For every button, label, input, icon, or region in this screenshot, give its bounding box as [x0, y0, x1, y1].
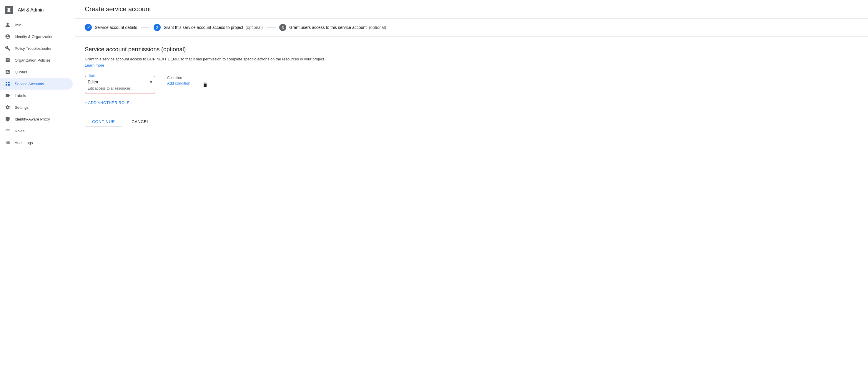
step-3: 3 Grant users access to this service acc…: [279, 24, 386, 31]
role-field-label: Role: [88, 74, 97, 78]
sidebar-item-identity-label: Identity & Organization: [15, 34, 54, 39]
step-divider-2: [266, 27, 276, 28]
article-icon: [5, 57, 10, 63]
step-1: Service account details: [85, 24, 137, 31]
stepper: Service account details 2 Grant this ser…: [75, 19, 868, 36]
step-2: 2 Grant this service account access to p…: [154, 24, 263, 31]
sidebar-item-quotas[interactable]: Quotas: [0, 66, 73, 78]
sidebar-item-org-label: Organization Policies: [15, 58, 51, 62]
sidebar-item-roles[interactable]: Roles: [0, 125, 73, 137]
role-select[interactable]: Editor ▾: [88, 79, 152, 85]
sidebar-item-settings[interactable]: Settings: [0, 101, 73, 113]
audit-logs-icon: [5, 140, 10, 146]
section-title: Service account permissions (optional): [85, 46, 331, 53]
condition-column: Condition Add condition: [167, 76, 190, 85]
step-divider-1: [141, 27, 150, 28]
step2-circle: 2: [154, 24, 161, 31]
step3-optional: (optional): [369, 25, 386, 30]
settings-icon: [5, 104, 10, 110]
grid-icon: [5, 81, 10, 87]
sidebar-item-policy-troubleshooter[interactable]: Policy Troubleshooter: [0, 43, 73, 54]
sidebar-item-quotas-label: Quotas: [15, 70, 27, 74]
role-hint: Edit access to all resources.: [88, 86, 152, 90]
sidebar-item-service-accounts[interactable]: Service Accounts: [0, 78, 73, 90]
sidebar-item-iam[interactable]: IAM: [0, 19, 73, 31]
dropdown-arrow-icon: ▾: [150, 79, 152, 85]
sidebar-item-audit-label: Audit Logs: [15, 141, 33, 145]
step1-checkmark: [85, 24, 92, 31]
step3-label: Grant users access to this service accou…: [289, 25, 386, 30]
topbar: Create service account: [75, 0, 868, 19]
shield-icon: [5, 116, 10, 122]
add-another-role-button[interactable]: + ADD ANOTHER ROLE: [85, 101, 129, 105]
sidebar-logo-icon: [5, 6, 13, 14]
cancel-button[interactable]: CANCEL: [127, 117, 154, 127]
role-field-wrapper: Role Editor ▾ Edit access to all resourc…: [85, 76, 155, 93]
label-icon: [5, 92, 10, 99]
sidebar-item-labels[interactable]: Labels: [0, 90, 73, 101]
condition-label: Condition: [167, 76, 190, 80]
step2-optional: (optional): [246, 25, 263, 30]
sidebar-item-iap-label: Identity-Aware Proxy: [15, 117, 50, 121]
step1-label: Service account details: [95, 25, 137, 30]
person-icon: [5, 22, 10, 28]
continue-button[interactable]: CONTINUE: [85, 117, 122, 127]
role-value: Editor: [88, 80, 149, 84]
sidebar-item-labels-label: Labels: [15, 93, 26, 98]
bar-chart-icon: [5, 69, 10, 75]
learn-more-link[interactable]: Learn more: [85, 63, 104, 67]
sidebar-item-identity-org[interactable]: Identity & Organization: [0, 31, 73, 43]
sidebar-item-audit-logs[interactable]: Audit Logs: [0, 137, 73, 148]
account-circle-icon: [5, 34, 10, 39]
sidebar-item-policy-label: Policy Troubleshooter: [15, 46, 52, 51]
sidebar-item-roles-label: Roles: [15, 129, 24, 133]
sidebar-item-iam-label: IAM: [15, 23, 22, 27]
section-description: Grant this service account access to GCP…: [85, 56, 331, 69]
delete-role-icon[interactable]: [202, 82, 208, 89]
sidebar-item-identity-aware-proxy[interactable]: Identity-Aware Proxy: [0, 113, 73, 125]
sidebar-nav: IAM Identity & Organization Policy Troub…: [0, 19, 75, 148]
sidebar-item-settings-label: Settings: [15, 105, 29, 110]
add-condition-link[interactable]: Add condition: [167, 81, 190, 85]
step2-label: Grant this service account access to pro…: [164, 25, 263, 30]
main-content: Create service account Service account d…: [75, 0, 868, 389]
sidebar-header: IAM & Admin: [0, 2, 75, 19]
sidebar-title: IAM & Admin: [17, 7, 43, 13]
roles-icon: [5, 128, 10, 134]
content-area: Service account permissions (optional) G…: [75, 36, 340, 136]
sidebar: IAM & Admin IAM Identity & Organization …: [0, 0, 75, 389]
page-title: Create service account: [85, 5, 859, 13]
sidebar-item-org-policies[interactable]: Organization Policies: [0, 54, 73, 66]
action-buttons: CONTINUE CANCEL: [85, 117, 331, 127]
step3-circle: 3: [279, 24, 286, 31]
sidebar-item-service-label: Service Accounts: [15, 82, 44, 86]
role-row: Role Editor ▾ Edit access to all resourc…: [85, 76, 331, 93]
wrench-icon: [5, 46, 10, 51]
